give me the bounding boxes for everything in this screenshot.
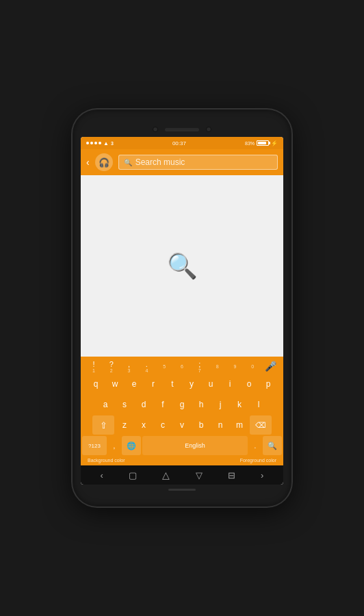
app-header: ‹ 🎧 🔍 Search music	[81, 149, 283, 175]
phone-device: ▲ 3 00:37 83% ⚡ ‹ 🎧 🔍 Search music 🔍	[73, 110, 291, 506]
key-p[interactable]: p	[259, 374, 277, 394]
background-color-label: Background color	[88, 458, 125, 463]
phone-bottom-bar	[81, 485, 283, 494]
key-j[interactable]: j	[211, 395, 229, 414]
battery-fill	[258, 142, 266, 144]
key-question[interactable]: ?2	[103, 360, 120, 373]
foreground-color-label: Foreground color	[240, 458, 276, 463]
nav-back-button[interactable]: ‹	[101, 470, 103, 480]
shift-button[interactable]: ⇧	[92, 415, 114, 435]
search-bar[interactable]: 🔍 Search music	[118, 155, 278, 170]
phone-speaker	[165, 128, 199, 131]
battery-percent: 83%	[245, 141, 255, 146]
space-button[interactable]: English	[142, 436, 248, 455]
nav-home-button[interactable]: △	[162, 470, 170, 480]
nav-menu-button[interactable]: ⊟	[228, 470, 235, 480]
globe-button[interactable]: 🌐	[122, 436, 141, 455]
nav-bar: ‹ ▢ △ ▽ ⊟ ›	[81, 465, 283, 485]
keyboard-row-3: ⇧ z x c v b n m ⌫	[82, 415, 282, 435]
key-comma-sym[interactable]: ,3	[120, 360, 138, 373]
mic-button[interactable]: 🎤	[261, 361, 279, 372]
key-h[interactable]: h	[192, 395, 210, 414]
empty-search-icon: 🔍	[167, 252, 198, 281]
signal-dots	[86, 142, 101, 144]
nav-recents-button[interactable]: ▢	[129, 470, 137, 480]
key-6[interactable]: 6	[173, 364, 191, 369]
key-v[interactable]: v	[173, 415, 191, 435]
keyboard-row-4: ?123 , 🌐 English . 🔍	[82, 436, 282, 455]
key-r[interactable]: r	[144, 374, 162, 394]
key-period-sym[interactable]: .4	[138, 360, 155, 373]
keyboard-row-1: q w e r t y u i o p	[82, 374, 282, 394]
keyboard-row-2: a s d f g h j k l	[82, 395, 282, 414]
status-bar: ▲ 3 00:37 83% ⚡	[81, 137, 283, 149]
content-area: 🔍	[81, 175, 283, 357]
num-switch-button[interactable]: ?123	[82, 436, 107, 455]
signal-dot	[94, 142, 97, 144]
nav-forward-button[interactable]: ›	[261, 470, 263, 480]
key-s[interactable]: s	[116, 395, 133, 414]
signal-dot	[86, 142, 89, 144]
key-9[interactable]: 9	[226, 364, 244, 369]
headphone-icon: 🎧	[95, 153, 113, 171]
status-right: 83% ⚡	[245, 140, 278, 146]
key-exclaim[interactable]: !1	[85, 360, 103, 373]
key-l[interactable]: l	[250, 395, 268, 414]
key-8[interactable]: 8	[209, 364, 226, 369]
signal-dot	[99, 142, 101, 144]
sim-label: 3	[111, 141, 114, 146]
key-x[interactable]: x	[135, 415, 153, 435]
key-i[interactable]: i	[221, 374, 239, 394]
phone-screen: ▲ 3 00:37 83% ⚡ ‹ 🎧 🔍 Search music 🔍	[81, 137, 283, 485]
key-g[interactable]: g	[173, 395, 191, 414]
key-q[interactable]: q	[87, 374, 105, 394]
charging-icon: ⚡	[271, 140, 278, 146]
key-a[interactable]: a	[96, 395, 114, 414]
key-k[interactable]: k	[231, 395, 248, 414]
key-w[interactable]: w	[106, 374, 124, 394]
home-indicator	[168, 489, 196, 491]
key-comma-bottom[interactable]: ,	[108, 436, 120, 455]
key-c[interactable]: c	[154, 415, 172, 435]
key-n[interactable]: n	[211, 415, 229, 435]
key-o[interactable]: o	[240, 374, 258, 394]
key-u[interactable]: u	[202, 374, 220, 394]
front-camera	[153, 127, 158, 132]
key-m[interactable]: m	[231, 415, 248, 435]
key-y[interactable]: y	[183, 374, 200, 394]
wifi-icon: ▲	[103, 140, 109, 146]
key-b[interactable]: b	[192, 415, 210, 435]
signal-dot	[90, 142, 93, 144]
bottom-labels: Background color Foreground color	[82, 457, 282, 464]
nav-down-button[interactable]: ▽	[196, 470, 203, 480]
key-d[interactable]: d	[135, 395, 153, 414]
search-icon: 🔍	[124, 159, 132, 166]
key-z[interactable]: z	[116, 415, 133, 435]
key-period-bottom[interactable]: .	[249, 436, 261, 455]
phone-top-bar	[81, 122, 283, 137]
key-semicolon[interactable]: ;7	[191, 360, 209, 373]
key-5[interactable]: 5	[155, 364, 173, 369]
backspace-button[interactable]: ⌫	[250, 415, 272, 435]
status-left: ▲ 3	[86, 140, 114, 146]
keyboard-symbol-row: !1 ?2 ,3 .4 5 6 ;7 8 9 0 🎤	[82, 359, 282, 373]
battery-icon	[257, 140, 269, 146]
status-time: 00:37	[172, 140, 186, 146]
keyboard-search-button[interactable]: 🔍	[263, 436, 282, 455]
search-placeholder: Search music	[135, 157, 185, 167]
sensor	[206, 127, 211, 132]
key-0[interactable]: 0	[244, 364, 261, 369]
back-button[interactable]: ‹	[86, 157, 90, 168]
key-e[interactable]: e	[125, 374, 143, 394]
key-t[interactable]: t	[164, 374, 181, 394]
keyboard: !1 ?2 ,3 .4 5 6 ;7 8 9 0 🎤 q w e r t y	[81, 357, 283, 465]
key-f[interactable]: f	[154, 395, 172, 414]
